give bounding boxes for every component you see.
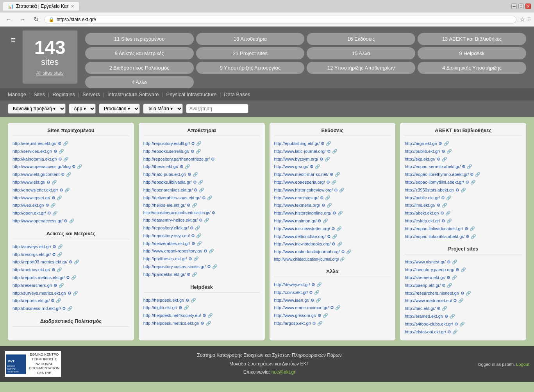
link-item[interactable]: http://www.ine-notebooks.org/ ⚙ 🔗 xyxy=(274,240,391,248)
link-item[interactable]: http://surveys.metrics.ekt.gr/ ⚙ 🔗 xyxy=(13,290,129,297)
sites-periexomenou-button[interactable]: 11 Sites περιεχομένου xyxy=(85,33,194,45)
link-item[interactable]: http://deliverables.ekt.gr/ ⚙ 🔗 xyxy=(143,240,260,248)
type-filter[interactable]: App ▾ xyxy=(69,104,96,114)
link-item[interactable]: http://inventory.paerip.org/ ⚙ 🔗 xyxy=(405,266,521,274)
link-item[interactable]: http://argosp.ekt.gr/ ⚙ 🔗 xyxy=(274,320,391,328)
link-item[interactable]: http://www.byzsym.org/ ⚙ 🔗 xyxy=(274,156,391,163)
footer-email-link[interactable]: noc@ekt.gr xyxy=(271,369,296,375)
link-item[interactable]: http://researchers.nisnest.gr/ ⚙ 🔗 xyxy=(405,290,521,297)
link-item[interactable]: http://eopac-serrelib.abekt.gr/ ⚙ 🔗 xyxy=(405,163,521,171)
link-item[interactable]: http://researchers.gr/ ⚙ 🔗 xyxy=(13,282,129,290)
nav-infrastructure-software[interactable]: Infrastructure Software xyxy=(107,91,159,97)
link-item[interactable]: http://repository.costas-simitis.gr/ ⚙ 🔗 xyxy=(143,263,260,271)
all-sites-stats-link[interactable]: All sites stats xyxy=(34,70,66,76)
link-item[interactable]: http://public.ekt.gr/ ⚙ 🔗 xyxy=(405,194,521,202)
link-item[interactable]: http://eopac-librethymno.abekt.gr/ ⚙ 🔗 xyxy=(405,171,521,179)
link-item[interactable]: http://lms.ekt.gr/ ⚙ 🔗 xyxy=(405,202,521,209)
media-filter[interactable]: Ίδια Μέσα ▾ xyxy=(143,104,183,114)
link-item[interactable]: http://reports.metrics.ekt.gr/ ⚙ 🔗 xyxy=(13,274,129,282)
link-item[interactable]: http://www.ine-newsletter.org/ ⚙ 🔗 xyxy=(274,225,391,233)
link-item[interactable]: http://www.nisnest.gr/ ⚙ 🔗 xyxy=(405,258,521,266)
link-item[interactable]: http://web.ekt.gr/ ⚙ 🔗 xyxy=(13,202,129,209)
alla-button[interactable]: 15 Άλλα xyxy=(307,47,415,59)
link-item[interactable]: http://enewsletter.ekt.gr/ ⚙ 🔗 xyxy=(13,186,129,194)
link-item[interactable]: http://s4food-clubs.ekt.gr/ ⚙ 🔗 xyxy=(405,320,521,328)
link-item[interactable]: http://hirc.ekt.gr/ ⚙ 🔗 xyxy=(405,305,521,313)
link-item[interactable]: http://repository.acropolis-education.gr… xyxy=(143,209,260,217)
link-item[interactable]: http://www.openaccess.gr/ ⚙ 🔗 xyxy=(13,217,129,225)
link-item[interactable]: http://www.epset.gr/ ⚙ 🔗 xyxy=(13,194,129,202)
link-item[interactable]: http://deliverables-saas.ekt.gr/ ⚙ 🔗 xyxy=(143,194,260,202)
abekt-button[interactable]: 13 ΑΒΕΚΤ και Βιβλιοθήκες xyxy=(418,33,526,45)
link-item[interactable]: http://shemera.ekt.gr/ ⚙ 🔗 xyxy=(405,274,521,282)
link-item[interactable]: http://www.ekt.gr/ ⚙ 🔗 xyxy=(13,179,129,186)
link-item[interactable]: http://metrics.ekt.gr/ ⚙ 🔗 xyxy=(13,266,129,274)
address-bar[interactable]: 🔒 xyxy=(44,16,516,23)
link-item[interactable]: http://dewey.ekt.gr/ ⚙ 🔗 xyxy=(274,281,391,289)
link-item[interactable]: http://www.grissom.gr/ ⚙ 🔗 xyxy=(274,312,391,320)
link-item[interactable]: http://www.childeducation-journal.org/ 🔗 xyxy=(274,256,391,263)
minimize-button[interactable]: ─ xyxy=(511,4,517,9)
link-item[interactable]: http://skp.ekt.gr/ ⚙ 🔗 xyxy=(405,156,521,163)
link-item[interactable]: http://www.mnimon.gr/ ⚙ 🔗 xyxy=(274,217,391,225)
link-item[interactable]: http://business-rnd.ekt.gr/ ⚙ 🔗 xyxy=(13,305,129,313)
link-item[interactable]: http://epublishing.ekt.gr/ ⚙ 🔗 xyxy=(274,140,391,148)
forward-button[interactable]: → xyxy=(17,15,28,24)
nav-servers[interactable]: Servers xyxy=(82,91,100,97)
search-input[interactable] xyxy=(186,104,248,113)
link-item[interactable]: http://nato-pubs.ekt.gr/ ⚙ 🔗 xyxy=(143,171,260,179)
link-item[interactable]: http://www.historicalreview.org/ ⚙ 🔗 xyxy=(274,186,391,194)
link-item[interactable]: http://coins.ekt.gr/ ⚙ 🔗 xyxy=(274,289,391,297)
maximize-button[interactable]: □ xyxy=(518,4,524,9)
link-item[interactable]: http://www.medit-mar-sc.net/ ⚙ 🔗 xyxy=(274,171,391,179)
ekdoseis-button[interactable]: 16 Εκδόσεις xyxy=(307,33,415,45)
link-item[interactable]: http://www.makedonikajournal.org/ ⚙ 🔗 xyxy=(274,248,391,256)
link-item[interactable]: http://pandektis.ekt.gr/ ⚙ 🔗 xyxy=(143,271,260,279)
link-item[interactable]: http://ebooks.liblivadia.gr/ ⚙ 🔗 xyxy=(143,179,260,186)
nav-sites[interactable]: Sites xyxy=(34,91,45,97)
link-item[interactable]: http://paerip.ekt.gr/ ⚙ 🔗 xyxy=(405,282,521,290)
env-filter[interactable]: Production ▾ xyxy=(99,104,140,114)
allo-button[interactable]: 4 Άλλο xyxy=(85,76,194,88)
nav-registries[interactable]: Registries xyxy=(52,91,75,97)
link-item[interactable]: http://ebooks.serrelib.gr/ ⚙ 🔗 xyxy=(143,148,260,156)
link-item[interactable]: http://abekt.ekt.gr/ ⚙ 🔗 xyxy=(405,209,521,217)
link-item[interactable]: http://helpdesk.net4society.eu/ ⚙ 🔗 xyxy=(143,312,260,320)
logout-link[interactable]: Logout xyxy=(516,362,529,367)
link-item[interactable]: http://repository.ellak.gr/ ⚙ 🔗 xyxy=(143,224,260,232)
link-item[interactable]: http://diglib.ekt.gr/ ⚙ 🔗 xyxy=(143,304,260,312)
url-input[interactable] xyxy=(57,17,512,22)
link-item[interactable]: http://www.openaccess.gr/blog ⚙ 🔗 xyxy=(13,163,129,171)
link-item[interactable]: http://repository.edulll.gr/ ⚙ 🔗 xyxy=(143,140,260,148)
apothithria-button[interactable]: 18 Αποθετήρια xyxy=(196,33,305,45)
hamburger-button[interactable]: ≡ xyxy=(8,32,19,48)
link-item[interactable]: http://helpdesk.metrics.ekt.gr/ ⚙ 🔗 xyxy=(143,320,260,328)
link-item[interactable]: http://www.historeinonline.org/ ⚙ 🔗 xyxy=(274,209,391,217)
link-item[interactable]: http://open.ekt.gr/ ⚙ 🔗 xyxy=(13,209,129,217)
link-item[interactable]: http://publib.ekt.gr/ ⚙ 🔗 xyxy=(405,148,521,156)
link-item[interactable]: http://www.eranistes.gr/ ⚙ 🔗 xyxy=(274,194,391,202)
link-item[interactable]: http://resorgs.ekt.gr/ ⚙ 🔗 xyxy=(13,251,129,259)
link-item[interactable]: http://www.iaen.gr/ ⚙ 🔗 xyxy=(274,297,391,304)
nav-databases[interactable]: Data Bases xyxy=(224,91,250,97)
nav-manage[interactable]: Manage xyxy=(8,91,26,97)
link-item[interactable]: http://report03.metrics.ekt.gr/ ⚙ 🔗 xyxy=(13,258,129,266)
diadrastikos-button[interactable]: 2 Διαδραστικός Πολιτισμός xyxy=(85,62,194,74)
link-item[interactable]: http://services.ekt.gr/ ⚙ 🔗 xyxy=(13,148,129,156)
star-icon[interactable]: ☆ xyxy=(520,16,525,23)
link-item[interactable]: http://z3950stats.abekt.gr/ ⚙ 🔗 xyxy=(405,186,521,194)
browser-tab[interactable]: 📊 Στατιστικά | Εργαλείο Κατ ✕ xyxy=(3,2,79,11)
back-button[interactable]: ← xyxy=(3,15,14,24)
ypostirixis-apothiririon-button[interactable]: 12 Υποστήριξης Αποθετηρίων xyxy=(307,62,415,74)
project-sites-button[interactable]: 21 Project sites xyxy=(196,47,305,59)
link-item[interactable]: http://eskep.ekt.gr/ ⚙ 🔗 xyxy=(405,217,521,225)
link-item[interactable]: http://dataentry-helios.ekt.gr/ ⚙ 🔗 xyxy=(143,217,260,224)
deiktes-button[interactable]: 9 Δείκτες και Μετρικές xyxy=(85,47,194,59)
link-item[interactable]: http://repository.parthenonfrieze.gr/ ⚙ xyxy=(143,156,260,163)
helpdesk-button[interactable]: 9 Helpdesk xyxy=(418,47,526,59)
dioikitikis-button[interactable]: 4 Διοικητικής Υποστήριξης xyxy=(418,62,526,74)
link-item[interactable]: http://eopac-libkonitsa.abekt.gr/ ⚙ 🔗 xyxy=(405,233,521,241)
link-item[interactable]: http://repository.esyp.eu/ ⚙ 🔗 xyxy=(143,232,260,240)
link-item[interactable]: http://eramed.ekt.gr/ ⚙ 🔗 xyxy=(405,313,521,320)
link-item[interactable]: http://argo.ekt.gr/ ⚙ 🔗 xyxy=(405,140,521,148)
